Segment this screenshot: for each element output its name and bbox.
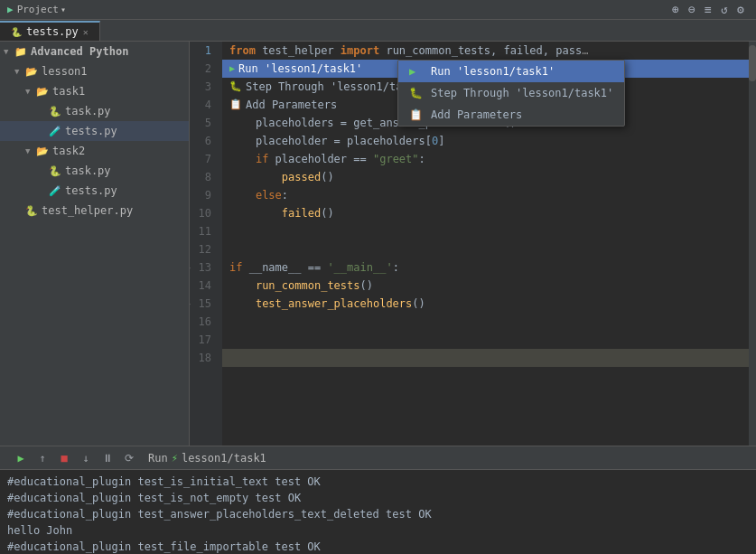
top-bar: ▶ Project ▾ ⊕ ⊖ ≡ ↺ ⚙ <box>0 0 756 20</box>
line-num-9: 9 <box>190 186 217 204</box>
task2-label: task2 <box>52 145 85 157</box>
context-menu-run[interactable]: ▶ Run 'lesson1/task1' <box>398 61 624 82</box>
tree-item-tests-py-1[interactable]: 🧪 tests.py <box>0 121 189 141</box>
tab-close-button[interactable]: ✕ <box>83 27 89 37</box>
task1-label: task1 <box>52 85 85 98</box>
main-content: ▼ 📁 Advanced Python ▼ 📂 lesson1 ▼ 📂 task… <box>0 42 756 446</box>
context-menu-params[interactable]: 📋 Add Parameters <box>398 104 624 126</box>
line-num-4: 4 <box>190 96 217 114</box>
vertical-scrollbar[interactable] <box>749 42 756 446</box>
arrow-icon-lesson1: ▼ <box>14 67 25 76</box>
tree-item-task-py-1[interactable]: 🐍 task.py <box>0 101 189 121</box>
scrollbar-thumb[interactable] <box>749 45 756 81</box>
run-ctrl-up[interactable]: ↑ <box>33 448 52 468</box>
run-output-line-4: hello John <box>7 522 749 539</box>
line-num-15: ◇15 <box>190 295 217 313</box>
run-label: Run <box>148 452 168 465</box>
arrow-icon: ▼ <box>4 47 14 56</box>
line-num-1: ▶1 <box>190 42 217 60</box>
sidebar: ▼ 📁 Advanced Python ▼ 📂 lesson1 ▼ 📂 task… <box>0 42 190 446</box>
line-numbers: ▶1 2 3 4 5 6 7 8 9 10 11 12 ◇13 14 ◇15 <box>190 42 222 446</box>
run-ctrl-rerun[interactable]: ⟳ <box>119 448 139 468</box>
arrow-icon-task1: ▼ <box>25 87 36 96</box>
line-num-13: ◇13 <box>190 258 217 277</box>
run-output-line-5: #educational_plugin test_file_importable… <box>7 539 749 554</box>
folder-icon-lesson1: 📂 <box>25 66 38 78</box>
line-num-18: 18 <box>190 349 217 367</box>
project-dropdown-icon[interactable]: ▾ <box>61 5 66 14</box>
run-ctrl-stop[interactable]: ■ <box>54 448 74 468</box>
task-py-2-label: task.py <box>65 164 111 177</box>
code-line-13: if __name__ == '__main__': <box>222 258 756 277</box>
code-line-10: failed() <box>222 204 756 222</box>
task-py-1-label: task.py <box>65 105 111 117</box>
line-num-2: 2 <box>190 60 217 78</box>
py-icon-2: 🐍 <box>49 165 61 177</box>
code-line-16 <box>222 313 756 331</box>
run-ctrl-down[interactable]: ↓ <box>76 448 96 468</box>
run-output-line-3: #educational_plugin test_answer_placehol… <box>7 506 749 522</box>
code-line-7: if placeholder == "greet": <box>222 150 756 168</box>
line-num-11: 11 <box>190 222 217 240</box>
test-helper-label: test_helper.py <box>42 204 133 217</box>
arrow-icon-task2: ▼ <box>25 146 36 155</box>
tests-py-2-label: tests.py <box>65 184 117 197</box>
code-line-6: placeholder = placeholders[0] <box>222 132 756 150</box>
context-menu: ▶ Run 'lesson1/task1' 🐛 Step Through 'le… <box>397 60 625 127</box>
toolbar-icon-4[interactable]: ↺ <box>716 2 733 18</box>
line-num-14: 14 <box>190 277 217 295</box>
line-num-5: 5 <box>190 114 217 132</box>
code-line-14: run_common_tests() <box>222 277 756 295</box>
py-icon-1: 🐍 <box>49 106 61 117</box>
py-icon-3: 🐍 <box>25 205 38 217</box>
run-output-line-1: #educational_plugin test_is_initial_text… <box>7 474 749 490</box>
line-num-12: 12 <box>190 240 217 258</box>
tab-tests-py[interactable]: 🐍 tests.py ✕ <box>0 21 100 41</box>
code-line-1: from test_helper import run_common_tests… <box>222 42 756 60</box>
tree-item-tests-py-2[interactable]: 🧪 tests.py <box>0 181 189 201</box>
run-output-line-2: #educational_plugin test_is_not_empty te… <box>7 490 749 506</box>
tree-item-task2[interactable]: ▼ 📂 task2 <box>0 141 189 161</box>
line-num-16: 16 <box>190 313 217 331</box>
code-line-11 <box>222 222 756 240</box>
toolbar-icon-3[interactable]: ≡ <box>700 2 716 18</box>
code-line-17 <box>222 331 756 349</box>
toolbar-icon-2[interactable]: ⊖ <box>684 2 700 18</box>
folder-icon: 📁 <box>14 46 27 58</box>
tree-item-test-helper[interactable]: 🐍 test_helper.py <box>0 201 189 221</box>
line-num-17: 17 <box>190 331 217 349</box>
lesson1-label: lesson1 <box>42 65 88 78</box>
code-line-9: else: <box>222 186 756 204</box>
code-line-15: test_answer_placeholders() <box>222 295 756 313</box>
toolbar-icon-1[interactable]: ⊕ <box>667 2 684 18</box>
run-lightning-icon: ⚡ <box>172 452 178 465</box>
context-menu-step[interactable]: 🐛 Step Through 'lesson1/task1' <box>398 82 624 104</box>
gutter-btn-15[interactable]: ◇ <box>190 295 191 313</box>
tree-item-task-py-2[interactable]: 🐍 task.py <box>0 161 189 181</box>
run-ctrl-play[interactable]: ▶ <box>11 448 31 468</box>
toolbar-icon-5[interactable]: ⚙ <box>733 2 749 18</box>
code-line-12 <box>222 240 756 258</box>
tests-py-1-label: tests.py <box>65 125 117 137</box>
line-num-6: 6 <box>190 132 217 150</box>
run-menu-label: Run 'lesson1/task1' <box>431 65 613 78</box>
run-panel-title: Run ⚡ lesson1/task1 <box>148 452 266 465</box>
tests-icon-1: 🧪 <box>49 126 61 137</box>
step-menu-icon: 🐛 <box>409 87 424 99</box>
run-panel-controls: ▶ ↑ ■ ↓ ⏸ ⟳ <box>7 448 143 468</box>
tree-item-root[interactable]: ▼ 📁 Advanced Python <box>0 42 189 61</box>
tree-item-task1[interactable]: ▼ 📂 task1 <box>0 81 189 101</box>
tree-item-lesson1[interactable]: ▼ 📂 lesson1 <box>0 61 189 81</box>
gutter-btn-13[interactable]: ◇ <box>190 258 191 277</box>
line-num-10: 10 <box>190 204 217 222</box>
project-label: Project <box>17 4 59 15</box>
tab-bar: 🐍 tests.py ✕ <box>0 20 756 42</box>
project-icon: ▶ <box>7 4 14 15</box>
run-panel-body: #educational_plugin test_is_initial_text… <box>0 470 756 554</box>
run-panel: ▶ ↑ ■ ↓ ⏸ ⟳ Run ⚡ lesson1/task1 #educati… <box>0 446 756 554</box>
run-ctrl-pause[interactable]: ⏸ <box>98 448 117 468</box>
editor[interactable]: ▶1 2 3 4 5 6 7 8 9 10 11 12 ◇13 14 ◇15 <box>190 42 756 446</box>
tab-file-icon: 🐍 <box>11 27 22 37</box>
code-line-18 <box>222 349 756 367</box>
folder-icon-task1: 📂 <box>36 86 49 98</box>
